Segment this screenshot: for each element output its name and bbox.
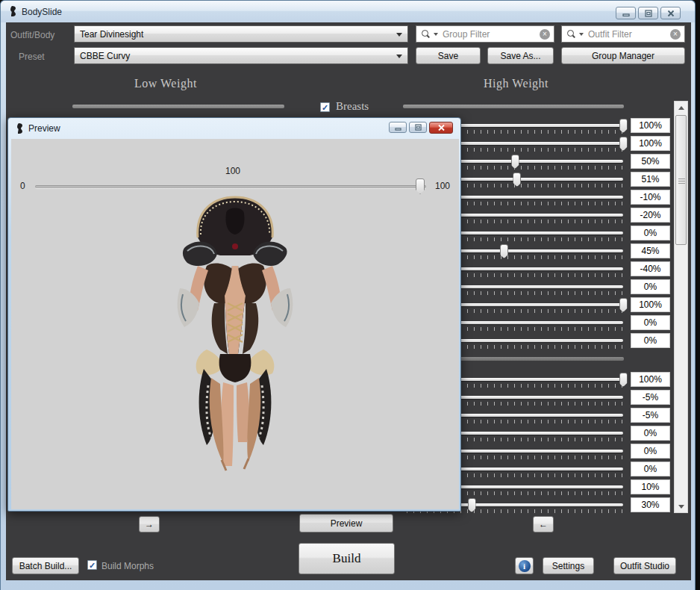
outfit-body-combo[interactable]: Tear Divinesight <box>74 25 408 43</box>
batch-build-button[interactable]: Batch Build... <box>12 557 79 574</box>
info-icon: i <box>519 560 531 572</box>
preview-maximize-button[interactable] <box>409 122 427 133</box>
slider-value-box[interactable]: -5% <box>631 408 670 423</box>
search-dropdown-icon <box>434 33 438 36</box>
minimize-icon <box>622 10 630 16</box>
slider-value-box[interactable]: -5% <box>631 390 670 405</box>
preview-window: Preview 100 0 100 <box>7 117 461 512</box>
bodyslide-app-icon <box>14 122 26 134</box>
close-icon <box>667 10 675 17</box>
screen: BodySlide Outfit/Body Tear Divinesight G… <box>0 0 700 590</box>
copy-to-low-button[interactable]: ← <box>533 516 554 532</box>
slider-value-box[interactable]: 51% <box>631 172 670 187</box>
scrollbar-grip-icon <box>678 178 685 184</box>
outfit-studio-button[interactable]: Outfit Studio <box>613 557 676 574</box>
outfit-body-combo-value: Tear Divinesight <box>80 29 143 40</box>
preset-combo-value: CBBE Curvy <box>80 51 130 61</box>
category-divider <box>72 105 284 108</box>
high-weight-header: High Weight <box>484 77 549 90</box>
slider-value-box[interactable]: -20% <box>631 208 670 223</box>
preset-combo[interactable]: CBBE Curvy <box>74 47 408 64</box>
slider-value-box[interactable]: 0% <box>631 279 670 294</box>
triangle-down-icon <box>678 505 684 509</box>
weight-slider-thumb[interactable] <box>416 178 425 194</box>
about-button[interactable]: i <box>515 557 534 574</box>
outfit-filter-input[interactable]: Outfit Filter × <box>561 25 685 43</box>
slider-value-box[interactable]: 100% <box>631 297 670 312</box>
triangle-up-icon <box>678 106 684 110</box>
close-icon <box>437 124 446 131</box>
chevron-down-icon <box>396 33 402 37</box>
scrollbar-thumb[interactable] <box>675 115 687 245</box>
slider-value-box[interactable]: 0% <box>631 333 670 348</box>
save-as-button[interactable]: Save As... <box>487 47 554 64</box>
slider-value-box[interactable]: 0% <box>631 462 670 476</box>
slider-value-box[interactable]: 30% <box>631 497 670 512</box>
breasts-checkbox[interactable]: ✓ <box>320 102 330 112</box>
slider-value-box[interactable]: 50% <box>631 154 670 169</box>
slider-value-box[interactable]: 100% <box>631 372 670 387</box>
scroll-down-button[interactable] <box>675 500 687 512</box>
minimize-icon <box>395 125 401 131</box>
weight-slider-max-label: 100 <box>435 181 450 191</box>
main-titlebar[interactable]: BodySlide <box>1 1 695 22</box>
preview-window-title: Preview <box>28 123 60 134</box>
maximize-icon <box>645 10 652 17</box>
build-button[interactable]: Build <box>299 543 395 574</box>
slider-value-box[interactable]: 10% <box>631 479 670 494</box>
build-morphs-checkbox[interactable]: ✓ <box>87 560 97 570</box>
clear-icon[interactable]: × <box>670 29 681 40</box>
scroll-up-button[interactable] <box>675 102 687 114</box>
slider-panel-scrollbar[interactable] <box>674 101 688 513</box>
settings-button[interactable]: Settings <box>543 557 594 574</box>
search-icon <box>566 29 577 40</box>
outfit-body-label: Outfit/Body <box>10 30 54 40</box>
breasts-category-label: Breasts <box>336 100 369 113</box>
save-button[interactable]: Save <box>416 47 481 64</box>
preview-minimize-button[interactable] <box>389 122 407 133</box>
preview-button[interactable]: Preview <box>299 514 393 532</box>
slider-value-box[interactable]: 100% <box>631 136 670 151</box>
bodyslide-app-icon <box>7 5 19 17</box>
search-dropdown-icon <box>579 33 584 36</box>
preview-viewport[interactable]: 100 0 100 <box>11 139 459 509</box>
outfit-filter-placeholder: Outfit Filter <box>588 29 632 40</box>
character-model-render[interactable] <box>154 191 315 479</box>
copy-to-high-button[interactable]: → <box>139 516 160 532</box>
slider-value-box[interactable]: 45% <box>631 243 670 258</box>
slider-value-box[interactable]: 0% <box>631 226 670 240</box>
slider-value-box[interactable]: 0% <box>631 444 670 459</box>
minimize-button[interactable] <box>616 7 636 19</box>
weight-slider-value: 100 <box>225 166 240 176</box>
window-title: BodySlide <box>22 7 62 17</box>
search-icon <box>421 29 431 40</box>
slider-value-box[interactable]: 0% <box>631 426 670 441</box>
slider-value-box[interactable]: 0% <box>631 315 670 330</box>
slider-value-box[interactable]: -10% <box>631 190 670 205</box>
group-filter-input[interactable]: Group Filter × <box>416 25 554 43</box>
preview-titlebar[interactable]: Preview <box>8 118 460 138</box>
slider-value-box[interactable]: -40% <box>631 261 670 276</box>
maximize-button[interactable] <box>638 7 658 19</box>
category-divider <box>403 105 624 108</box>
weight-slider-min-label: 0 <box>20 181 25 191</box>
preview-close-button[interactable] <box>429 122 453 134</box>
build-morphs-label: Build Morphs <box>101 561 154 571</box>
weight-slider-track[interactable] <box>35 185 426 188</box>
clear-icon[interactable]: × <box>540 29 550 40</box>
slider-value-box[interactable]: 100% <box>631 118 670 133</box>
chevron-down-icon <box>396 55 402 58</box>
close-button[interactable] <box>660 7 681 19</box>
preset-label: Preset <box>19 52 45 62</box>
group-filter-placeholder: Group Filter <box>443 29 490 40</box>
group-manager-button[interactable]: Group Manager <box>561 47 685 64</box>
maximize-icon <box>415 124 422 131</box>
low-weight-header: Low Weight <box>134 77 197 90</box>
